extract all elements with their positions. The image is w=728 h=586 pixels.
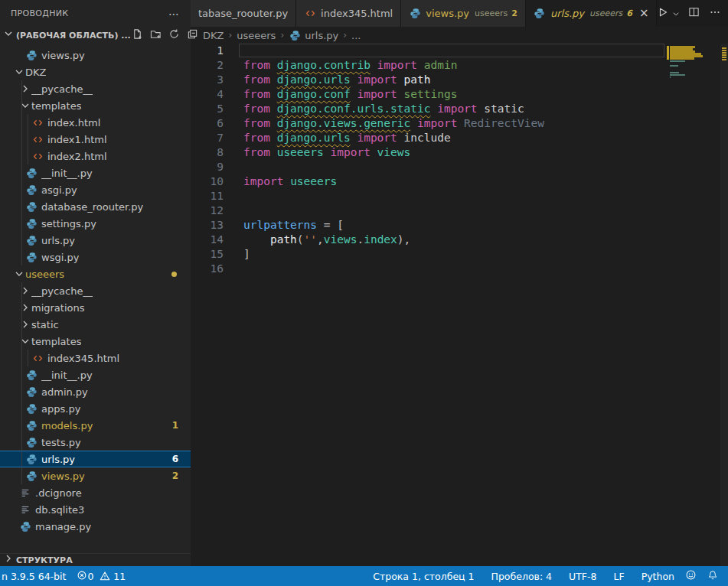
tree-file-.dcignore[interactable]: .dcignore	[0, 484, 191, 501]
tree-file-wsgi.py[interactable]: wsgi.py	[0, 249, 191, 265]
code-token	[270, 117, 277, 129]
tree-file-__init__.py[interactable]: __init__.py	[0, 366, 191, 383]
tab-views.py[interactable]: views.pyuseeers2	[401, 0, 526, 27]
tree-folder-templates[interactable]: templates	[0, 333, 191, 350]
tab-urls.py[interactable]: urls.pyuseeers6×	[526, 0, 658, 27]
encoding[interactable]: UTF-8	[563, 566, 602, 586]
tree-file-index2.html[interactable]: index2.html	[0, 148, 191, 164]
minimap-code-line	[670, 77, 671, 78]
code-token: django.contrib	[277, 59, 371, 71]
workspace-section-header[interactable]: (РАБОЧАЯ ОБЛАСТЬ) ...	[0, 27, 191, 44]
code-editor[interactable]: 12from django.contrib import admin3from …	[191, 44, 728, 566]
language-mode[interactable]: Python	[636, 566, 680, 586]
code-token: import	[417, 117, 457, 129]
tree-file-index1.html[interactable]: index1.html	[0, 131, 191, 148]
new-file-button[interactable]	[131, 29, 144, 42]
indent-guide	[28, 114, 28, 131]
cursor-position[interactable]: Строка 1, столбец 1	[367, 566, 479, 586]
tree-item-label: asgi.py	[41, 184, 77, 196]
tree-file-admin.py[interactable]: admin.py	[0, 383, 191, 400]
warning-count: 11	[113, 571, 126, 582]
tab-tabase_roouter.py[interactable]: tabase_roouter.py	[191, 0, 296, 27]
tab-index345.html[interactable]: index345.html	[296, 0, 401, 27]
indent-guide	[21, 282, 22, 299]
code-text	[224, 160, 243, 174]
python-file-icon	[534, 8, 546, 20]
code-line: 10import useeers	[191, 174, 728, 189]
tree-file-models.py[interactable]: models.py1	[0, 417, 191, 434]
tree-file-manage.py[interactable]: manage.py	[0, 518, 191, 535]
breadcrumb-item-DKZ[interactable]: DKZ	[203, 30, 224, 41]
error-count: 0	[87, 571, 93, 582]
refresh-icon	[168, 28, 180, 43]
outline-section-header[interactable]: СТРУКТУРА	[0, 553, 191, 566]
tree-folder-useeers[interactable]: useeers	[0, 265, 191, 282]
run-dropdown-chevron[interactable]	[671, 5, 681, 22]
code-line: 9	[191, 160, 728, 174]
tree-file-__init__.py[interactable]: __init__.py	[0, 164, 191, 181]
tree-file-index.html[interactable]: index.html	[0, 114, 191, 131]
tree-file-views.py[interactable]: views.py2	[0, 467, 191, 484]
tree-item-label: manage.py	[35, 521, 91, 532]
tab-title: views.py	[426, 8, 469, 19]
code-token: import	[437, 103, 477, 115]
tree-file-db.sqlite3[interactable]: db.sqlite3	[0, 501, 191, 518]
code-line: 5from django.conf.urls.static import sta…	[191, 102, 728, 116]
code-line: 6from django.views.generic import Redire…	[191, 116, 728, 131]
code-token: useeers	[290, 175, 337, 187]
tree-item-label: __pycache__	[31, 285, 93, 297]
tree-file-tests.py[interactable]: tests.py	[0, 434, 191, 451]
breadcrumb-item-urls.py[interactable]: urls.py	[289, 29, 338, 41]
indent-guide	[21, 383, 22, 400]
code-text	[224, 189, 243, 203]
breadcrumb-item-...[interactable]: ...	[351, 30, 361, 41]
chevron-down-icon	[13, 66, 25, 78]
notifications-bell-button[interactable]	[702, 566, 723, 586]
feedback-button[interactable]	[680, 566, 702, 586]
tree-item-label: index345.html	[47, 353, 119, 364]
explorer-more-actions-icon[interactable]: ⋯	[168, 8, 180, 20]
indentation[interactable]: Пробелов: 4	[486, 566, 558, 586]
python-file-icon	[25, 167, 38, 179]
chevron-down-icon	[672, 6, 680, 21]
code-token: include	[397, 132, 451, 144]
chevron-down-icon	[2, 28, 15, 43]
run-python-file-button[interactable]	[655, 5, 671, 22]
breadcrumb-item-useeers[interactable]: useeers	[237, 30, 276, 41]
tree-folder-migrations[interactable]: migrations	[0, 299, 191, 316]
line-number: 2	[191, 58, 224, 73]
tree-folder-static[interactable]: static	[0, 316, 191, 333]
eol[interactable]: LF	[609, 566, 630, 586]
tree-file-apps.py[interactable]: apps.py	[0, 400, 191, 417]
code-text: from django.conf.urls.static import stat…	[224, 102, 524, 116]
tree-folder-DKZ[interactable]: DKZ	[0, 63, 191, 80]
new-folder-button[interactable]	[149, 29, 162, 42]
code-token: views	[324, 233, 357, 246]
tree-folder-templates[interactable]: templates	[0, 97, 191, 114]
ruler-warning-mark	[722, 59, 726, 60]
minimap[interactable]	[667, 44, 720, 566]
tree-file-views.py[interactable]: views.py	[0, 47, 191, 63]
refresh-button[interactable]	[168, 29, 181, 42]
tree-file-settings.py[interactable]: settings.py	[0, 215, 191, 232]
collapse-all-button[interactable]	[186, 29, 199, 42]
new-folder-icon	[150, 28, 162, 43]
tree-file-index345.html[interactable]: index345.html	[0, 350, 191, 366]
tree-file-urls.py[interactable]: urls.py6	[0, 451, 191, 467]
tree-folder-__pycache__[interactable]: __pycache__	[0, 80, 191, 97]
split-editor-button[interactable]	[685, 5, 702, 22]
tree-file-database_roouter.py[interactable]: database_roouter.py	[0, 198, 191, 215]
code-token	[283, 175, 290, 187]
tab-description: useeers	[589, 8, 622, 18]
tree-item-label: .dcignore	[35, 487, 82, 499]
editor-more-actions[interactable]	[707, 5, 723, 22]
python-interpreter-indicator[interactable]: n 3.9.5 64-bit	[0, 566, 71, 586]
indent-guide	[21, 181, 22, 198]
problems-indicator[interactable]: 011	[71, 566, 131, 586]
tree-folder-__pycache__[interactable]: __pycache__	[0, 282, 191, 299]
code-line: 13urlpatterns = [	[191, 218, 728, 233]
tree-file-asgi.py[interactable]: asgi.py	[0, 181, 191, 198]
tree-item-label: db.sqlite3	[35, 504, 84, 516]
close-icon[interactable]: ×	[639, 8, 649, 19]
tree-file-urls.py[interactable]: urls.py	[0, 232, 191, 249]
